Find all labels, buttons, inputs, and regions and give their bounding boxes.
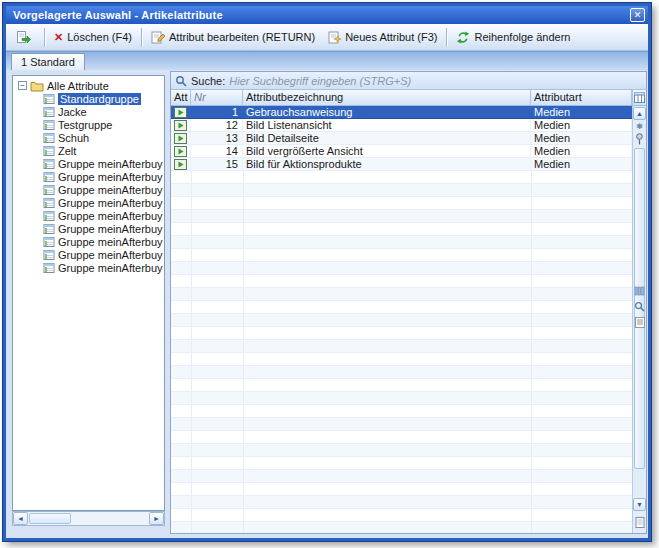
edit-attribute-button[interactable]: Attribut bearbeiten (RETURN) [145, 26, 321, 48]
tree-item[interactable]: Testgruppe [13, 118, 164, 131]
tree-item[interactable]: Gruppe meinAfterbuy ART00080 [13, 235, 164, 248]
column-separator [531, 171, 532, 533]
attribute-group-icon [43, 262, 55, 274]
grid-cell-art: Medien [531, 106, 632, 118]
attribute-group-icon [43, 236, 55, 248]
window-title: Vorgelagerte Auswahl - Artikelattribute [13, 9, 223, 21]
titlebar[interactable]: Vorgelagerte Auswahl - Artikelattribute … [6, 6, 648, 24]
toolbar: ✕ Löschen (F4) Attribut bearbeiten (RETU… [6, 24, 648, 51]
scrollbar-track[interactable] [28, 512, 149, 525]
page-icon[interactable] [633, 517, 646, 530]
scroll-right-button[interactable]: ► [149, 512, 164, 525]
grid-cell-name: Bild für Aktionsprodukte [243, 158, 531, 170]
grid-row[interactable]: 15 Bild für Aktionsprodukte Medien [171, 158, 632, 171]
empty-rows-area [171, 171, 632, 533]
delete-button[interactable]: ✕ Löschen (F4) [48, 26, 138, 48]
edit-icon [151, 30, 165, 44]
scrollbar-thumb[interactable] [29, 513, 71, 524]
new-attribute-button[interactable]: Neues Attribut (F3) [321, 26, 443, 48]
media-icon [171, 106, 191, 118]
tree-horizontal-scrollbar[interactable]: ◄ ► [12, 511, 165, 526]
grid-body: 1 Gebrauchsanweisung Medien 12 Bild List… [171, 106, 632, 533]
tree-item[interactable]: Gruppe meinAfterbuy ART00073 [13, 157, 164, 170]
grid-cell-nr: 1 [191, 106, 243, 118]
grid-icon [634, 92, 645, 103]
grid-row[interactable]: 1 Gebrauchsanweisung Medien [171, 106, 632, 119]
grid-row[interactable]: 13 Bild Detailseite Medien [171, 132, 632, 145]
new-icon [327, 30, 341, 44]
search-bar: Suche: [171, 72, 646, 90]
asterisk-icon[interactable]: ✱ [633, 122, 646, 131]
attribute-group-icon [43, 197, 55, 209]
grid-vertical-scrollbar[interactable]: ▲ ✱ ▼ [632, 106, 646, 533]
scroll-down-button[interactable]: ▼ [633, 498, 646, 511]
attributes-grid: Suche: Att Nr Attributbezeichnung Attrib… [170, 71, 647, 534]
tab-standard[interactable]: 1 Standard [11, 53, 85, 70]
delete-icon: ✕ [54, 32, 63, 43]
column-separator [243, 171, 244, 533]
media-icon [171, 119, 191, 131]
tree-item[interactable]: Gruppe meinAfterbuy ART00078 [13, 209, 164, 222]
column-header-bezeichnung[interactable]: Attributbezeichnung [243, 90, 531, 105]
columns-icon[interactable] [634, 286, 645, 296]
attribute-group-icon [43, 106, 55, 118]
notes-icon[interactable] [635, 317, 645, 328]
search-icon [175, 75, 187, 87]
scroll-up-button[interactable]: ▲ [633, 107, 646, 120]
tree-root-item[interactable]: − Alle Attribute [13, 79, 164, 92]
pin-icon[interactable] [633, 133, 646, 147]
tree-item[interactable]: Gruppe meinAfterbuy ART00082 [13, 261, 164, 274]
tree-item[interactable]: Jacke [13, 105, 164, 118]
attribute-group-icon [43, 223, 55, 235]
grid-cell-art: Medien [531, 158, 632, 170]
toolbar-separator [44, 28, 45, 47]
collapse-icon[interactable]: − [18, 81, 27, 90]
reorder-button[interactable]: Reihenfolge ändern [450, 26, 576, 48]
grid-cell-name: Gebrauchsanweisung [243, 106, 531, 118]
tree-item[interactable]: Gruppe meinAfterbuy ART00075 [13, 183, 164, 196]
attribute-group-icon [43, 249, 55, 261]
column-separator [191, 171, 192, 533]
grid-header: Att Nr Attributbezeichnung Attributart [171, 90, 646, 106]
column-chooser-button[interactable] [632, 90, 646, 105]
grid-row[interactable]: 14 Bild vergrößerte Ansicht Medien [171, 145, 632, 158]
column-header-att[interactable]: Att [171, 90, 191, 105]
toolbar-separator [446, 28, 447, 47]
tree-root-label: Alle Attribute [47, 80, 109, 92]
search-label: Suche: [191, 75, 225, 87]
grid-cell-name: Bild Detailseite [243, 132, 531, 144]
grid-cell-nr: 12 [191, 119, 243, 131]
close-button[interactable]: ✕ [630, 8, 645, 22]
grid-cell-nr: 15 [191, 158, 243, 170]
media-icon [171, 145, 191, 157]
attribute-group-icon [43, 184, 55, 196]
grid-cell-nr: 14 [191, 145, 243, 157]
tree-item[interactable]: Gruppe meinAfterbuy ART00081 [13, 248, 164, 261]
grid-cell-art: Medien [531, 132, 632, 144]
apply-icon [16, 30, 31, 44]
tree-item[interactable]: Schuh [13, 131, 164, 144]
grid-cell-nr: 13 [191, 132, 243, 144]
tree-item[interactable]: Zelt [13, 144, 164, 157]
media-icon [171, 132, 191, 144]
toolbar-separator [141, 28, 142, 47]
column-header-nr[interactable]: Nr [191, 90, 243, 105]
close-icon: ✕ [634, 10, 642, 20]
tree-item[interactable]: Gruppe meinAfterbuy ART00079 [13, 222, 164, 235]
grid-cell-art: Medien [531, 145, 632, 157]
attribute-group-icon [43, 171, 55, 183]
tree-item[interactable]: Standardgruppe [13, 92, 164, 105]
grid-cell-art: Medien [531, 119, 632, 131]
grid-row[interactable]: 12 Bild Listenansicht Medien [171, 119, 632, 132]
attribute-group-icon [43, 158, 55, 170]
content-area: − Alle Attribute Standardgruppe Jacke Te… [6, 70, 648, 538]
column-header-art[interactable]: Attributart [531, 90, 632, 105]
attribute-group-icon [43, 119, 55, 131]
reorder-icon [456, 31, 470, 44]
zoom-icon[interactable] [634, 301, 645, 312]
apply-button[interactable] [10, 26, 41, 48]
tree-item[interactable]: Gruppe meinAfterbuy ART00076 [13, 196, 164, 209]
tree-item[interactable]: Gruppe meinAfterbuy ART00074 [13, 170, 164, 183]
scroll-left-button[interactable]: ◄ [13, 512, 28, 525]
search-input[interactable] [229, 74, 630, 88]
